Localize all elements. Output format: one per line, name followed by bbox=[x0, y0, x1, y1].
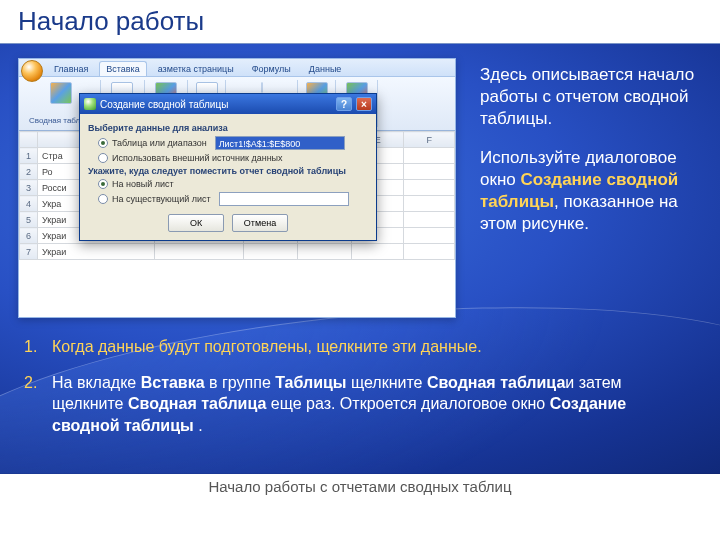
right-text-column: Здесь описывается начало работы с отчето… bbox=[480, 64, 704, 252]
office-button-icon bbox=[21, 60, 43, 82]
row-2: 2 bbox=[20, 164, 38, 180]
create-pivot-dialog: Создание сводной таблицы ? × Выберите да… bbox=[79, 93, 377, 241]
tab-formulas: Формулы bbox=[245, 61, 298, 76]
corner-cell bbox=[20, 132, 38, 148]
radio-external-label: Использовать внешний источник данных bbox=[112, 153, 283, 163]
tab-pagelayout: азметка страницы bbox=[151, 61, 241, 76]
footer-text: Начало работы с отчетами сводных таблиц bbox=[208, 478, 511, 495]
row-7: 7 bbox=[20, 244, 38, 260]
radio-existing-sheet[interactable]: На существующий лист bbox=[98, 192, 368, 206]
excel-screenshot: Главная Вставка азметка страницы Формулы… bbox=[18, 58, 456, 318]
slide-content: Главная Вставка азметка страницы Формулы… bbox=[0, 44, 720, 540]
tab-insert: Вставка bbox=[99, 61, 146, 76]
list-item: 1. Когда данные будут подготовлены, щелк… bbox=[24, 336, 696, 358]
list-number: 1. bbox=[24, 336, 42, 358]
range-input[interactable]: Лист1!$A$1:$E$800 bbox=[215, 136, 345, 150]
right-paragraph-2: Используйте диалоговое окно Создание сво… bbox=[480, 147, 704, 234]
cancel-button[interactable]: Отмена bbox=[232, 214, 288, 232]
radio-dot-icon bbox=[98, 153, 108, 163]
location-input[interactable] bbox=[219, 192, 349, 206]
footer: Начало работы с отчетами сводных таблиц bbox=[0, 474, 720, 540]
row-1: 1 bbox=[20, 148, 38, 164]
row-3: 3 bbox=[20, 180, 38, 196]
list-item: 2. На вкладке Вставка в группе Таблицы щ… bbox=[24, 372, 696, 437]
dialog-titlebar: Создание сводной таблицы ? × bbox=[80, 94, 376, 114]
radio-table-range[interactable]: Таблица или диапазон Лист1!$A$1:$E$800 bbox=[98, 136, 368, 150]
radio-table-range-label: Таблица или диапазон bbox=[112, 138, 207, 148]
right-paragraph-1: Здесь описывается начало работы с отчето… bbox=[480, 64, 704, 129]
list-number: 2. bbox=[24, 372, 42, 437]
dialog-close-button[interactable]: × bbox=[356, 97, 372, 111]
list-text-2: На вкладке Вставка в группе Таблицы щелк… bbox=[52, 372, 696, 437]
tab-data: Данные bbox=[302, 61, 349, 76]
tab-home: Главная bbox=[47, 61, 95, 76]
radio-external-source[interactable]: Использовать внешний источник данных bbox=[98, 153, 368, 163]
dialog-section2-label: Укажите, куда следует поместить отчет св… bbox=[88, 166, 368, 176]
radio-dot-icon bbox=[98, 194, 108, 204]
dialog-help-button[interactable]: ? bbox=[336, 97, 352, 111]
radio-new-sheet-label: На новый лист bbox=[112, 179, 174, 189]
list-text-1: Когда данные будут подготовлены, щелкнит… bbox=[52, 336, 696, 358]
radio-dot-icon bbox=[98, 138, 108, 148]
ok-button[interactable]: ОК bbox=[168, 214, 224, 232]
instruction-list: 1. Когда данные будут подготовлены, щелк… bbox=[24, 336, 696, 450]
dialog-body: Выберите данные для анализа Таблица или … bbox=[80, 114, 376, 240]
dialog-section1-label: Выберите данные для анализа bbox=[88, 123, 368, 133]
dialog-title-text: Создание сводной таблицы bbox=[100, 99, 332, 110]
row-5: 5 bbox=[20, 212, 38, 228]
dialog-title-icon bbox=[84, 98, 96, 110]
col-F: F bbox=[404, 132, 455, 148]
radio-existing-sheet-label: На существующий лист bbox=[112, 194, 211, 204]
radio-dot-icon bbox=[98, 179, 108, 189]
slide-title: Начало работы bbox=[18, 6, 204, 37]
radio-new-sheet[interactable]: На новый лист bbox=[98, 179, 368, 189]
title-bar: Начало работы bbox=[0, 0, 720, 44]
row-4: 4 bbox=[20, 196, 38, 212]
dialog-button-row: ОК Отмена bbox=[88, 214, 368, 232]
row-6: 6 bbox=[20, 228, 38, 244]
pivot-table-icon bbox=[50, 82, 72, 104]
ribbon-tabs: Главная Вставка азметка страницы Формулы… bbox=[19, 59, 455, 77]
